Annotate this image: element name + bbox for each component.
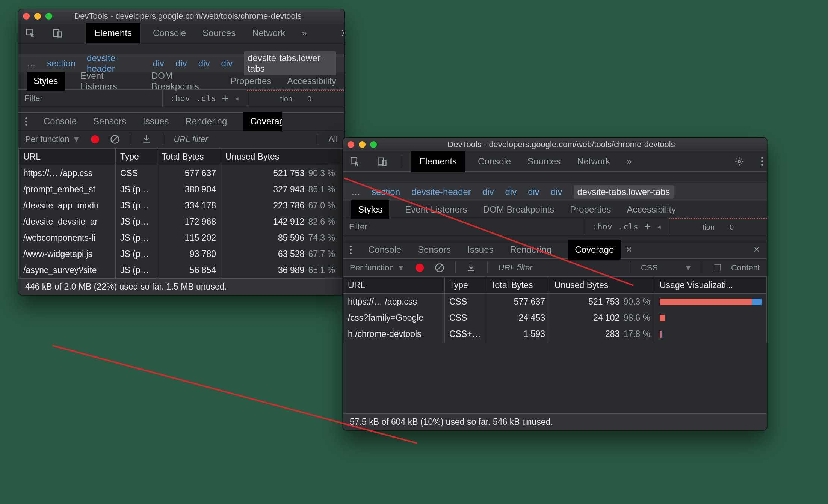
tab-dom-breakpoints[interactable]: DOM Breakpoints <box>151 71 215 92</box>
content-scripts-checkbox[interactable] <box>714 264 721 271</box>
breadcrumb-item[interactable]: div <box>221 58 233 69</box>
breadcrumb-item[interactable]: div <box>482 187 494 197</box>
drawer-kebab-icon[interactable] <box>350 246 352 254</box>
col-total[interactable]: Total Bytes <box>486 277 550 294</box>
filter-input[interactable]: Filter <box>24 94 43 103</box>
export-icon[interactable] <box>466 263 477 273</box>
tab-styles[interactable]: Styles <box>351 200 389 219</box>
inspect-icon[interactable] <box>25 28 36 38</box>
col-type[interactable]: Type <box>445 277 486 294</box>
kebab-icon[interactable] <box>761 157 763 166</box>
tab-console[interactable]: Console <box>153 28 186 38</box>
device-toggle-icon[interactable] <box>377 156 387 167</box>
col-usage[interactable]: Usage Visualizati... <box>655 277 767 294</box>
granularity-select[interactable]: Per function ▼ <box>25 134 80 144</box>
col-unused[interactable]: Unused Bytes <box>550 277 655 294</box>
scroll-left-icon[interactable]: ◂ <box>234 94 239 103</box>
titlebar[interactable]: DevTools - developers.google.com/web/too… <box>343 138 767 151</box>
tab-properties[interactable]: Properties <box>230 76 271 86</box>
record-button[interactable] <box>416 264 424 272</box>
tab-styles[interactable]: Styles <box>27 72 65 91</box>
more-tabs-chevron[interactable]: » <box>302 28 307 38</box>
col-total[interactable]: Total Bytes <box>157 149 221 165</box>
breadcrumb-item[interactable]: div <box>505 187 517 197</box>
table-row[interactable]: /www-widgetapi.jsJS (p…93 78063 52867.7 … <box>19 246 344 262</box>
breadcrumb-item[interactable]: div <box>175 58 187 69</box>
tab-elements[interactable]: Elements <box>86 23 140 43</box>
scroll-left-icon[interactable]: ◂ <box>657 222 662 231</box>
maximize-window-button[interactable] <box>45 13 52 20</box>
close-icon[interactable]: ✕ <box>626 245 632 254</box>
close-window-button[interactable] <box>23 13 30 20</box>
minimize-window-button[interactable] <box>34 13 41 20</box>
breadcrumb-item[interactable]: devsite-header <box>411 187 471 197</box>
url-filter-input[interactable]: URL filter <box>498 263 619 273</box>
hov-toggle[interactable]: :hov <box>170 94 190 103</box>
breadcrumb-item[interactable]: div <box>551 187 562 197</box>
table-row[interactable]: https://… /app.cssCSS577 637521 75390.3 … <box>343 294 767 310</box>
drawer-tab-issues[interactable]: Issues <box>143 116 169 127</box>
tab-event-listeners[interactable]: Event Listeners <box>405 204 467 215</box>
tab-event-listeners[interactable]: Event Listeners <box>80 71 136 92</box>
col-type[interactable]: Type <box>116 149 157 165</box>
close-window-button[interactable] <box>348 141 354 148</box>
cls-toggle[interactable]: .cls <box>618 222 638 231</box>
device-toggle-icon[interactable] <box>52 28 63 38</box>
granularity-select[interactable]: Per function ▼ <box>350 263 405 273</box>
maximize-window-button[interactable] <box>370 141 377 148</box>
drawer-kebab-icon[interactable] <box>25 117 27 126</box>
tab-network[interactable]: Network <box>577 156 610 167</box>
new-style-rule-button[interactable]: + <box>222 92 228 104</box>
clear-icon[interactable] <box>110 134 120 145</box>
drawer-tab-coverage[interactable]: Coverag <box>243 112 282 131</box>
gear-icon[interactable] <box>734 156 745 167</box>
drawer-tab-rendering[interactable]: Rendering <box>510 244 551 255</box>
table-row[interactable]: h./chrome-devtoolsCSS+…1 59328317.8 % <box>343 326 767 342</box>
breadcrumb-item[interactable]: section <box>47 58 76 69</box>
breadcrumb-ellipsis[interactable]: … <box>351 187 360 197</box>
drawer-tab-rendering[interactable]: Rendering <box>185 116 227 127</box>
breadcrumb-item[interactable]: section <box>372 187 400 197</box>
col-unused[interactable]: Unused Bytes <box>221 149 344 165</box>
breadcrumb-ellipsis[interactable]: … <box>27 58 36 69</box>
export-icon[interactable] <box>142 134 152 145</box>
drawer-tab-issues[interactable]: Issues <box>467 244 493 255</box>
col-url[interactable]: URL <box>19 149 116 165</box>
drawer-close-icon[interactable]: ✕ <box>753 245 760 255</box>
tab-accessibility[interactable]: Accessibility <box>627 204 676 215</box>
drawer-tab-console[interactable]: Console <box>44 116 77 127</box>
gear-icon[interactable] <box>340 28 345 38</box>
tab-sources[interactable]: Sources <box>527 156 561 167</box>
breadcrumb-item[interactable]: div <box>153 58 164 69</box>
titlebar[interactable]: DevTools - developers.google.com/web/too… <box>18 9 344 23</box>
tab-elements[interactable]: Elements <box>411 151 465 172</box>
more-tabs-chevron[interactable]: » <box>627 156 632 167</box>
tab-console[interactable]: Console <box>478 156 511 167</box>
table-row[interactable]: https://… /app.cssCSS577 637521 75390.3 … <box>19 165 344 182</box>
breadcrumb-item[interactable]: div <box>528 187 539 197</box>
tab-sources[interactable]: Sources <box>202 28 236 38</box>
record-button[interactable] <box>91 135 99 143</box>
url-filter-input[interactable]: URL filter <box>174 134 307 144</box>
breadcrumb-selected[interactable]: devsite-tabs.lower-tabs <box>244 51 336 75</box>
drawer-tab-sensors[interactable]: Sensors <box>418 244 451 255</box>
tab-accessibility[interactable]: Accessibility <box>287 76 336 86</box>
cls-toggle[interactable]: .cls <box>196 94 216 103</box>
type-filter-select[interactable]: All <box>329 134 338 144</box>
table-row[interactable]: /css?family=GoogleCSS24 45324 10298.6 % <box>343 310 767 326</box>
tab-properties[interactable]: Properties <box>570 204 611 215</box>
drawer-tab-sensors[interactable]: Sensors <box>93 116 126 127</box>
breadcrumb-item[interactable]: div <box>198 58 210 69</box>
table-row[interactable]: /async_survey?siteJS (p…56 85436 98965.1… <box>19 262 344 278</box>
filter-input[interactable]: Filter <box>349 222 367 232</box>
breadcrumb[interactable]: … section devsite-header div div div div… <box>18 54 344 72</box>
table-row[interactable]: /prompt_embed_stJS (p…380 904327 94386.1… <box>19 181 344 198</box>
breadcrumb-selected[interactable]: devsite-tabs.lower-tabs <box>574 185 674 199</box>
tab-dom-breakpoints[interactable]: DOM Breakpoints <box>483 204 554 215</box>
tab-network[interactable]: Network <box>252 28 285 38</box>
breadcrumb[interactable]: … section devsite-header div div div div… <box>343 183 767 201</box>
col-url[interactable]: URL <box>343 277 445 294</box>
new-style-rule-button[interactable]: + <box>644 220 651 233</box>
table-row[interactable]: /webcomponents-liJS (p…115 20285 59674.3… <box>19 230 344 246</box>
inspect-icon[interactable] <box>350 156 360 167</box>
